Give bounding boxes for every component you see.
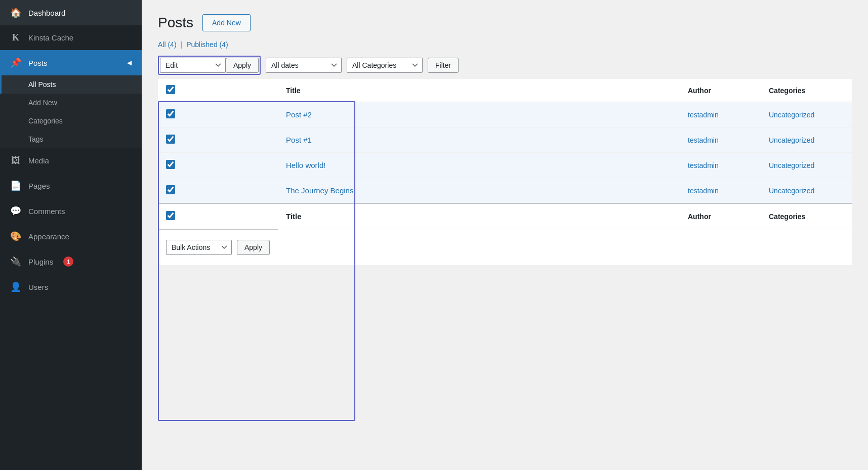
sidebar-item-label: Kinsta Cache (28, 33, 73, 42)
main-content: Posts Add New All (4) | Published (4) Ed… (142, 0, 868, 470)
cell-categories: Uncategorized (761, 178, 852, 204)
sidebar-item-appearance[interactable]: 🎨 Appearance (0, 224, 142, 249)
posts-table: Title Author Categories Post #2 testadmi… (158, 79, 852, 265)
row-checkbox[interactable] (166, 185, 175, 194)
plugins-badge: 1 (63, 257, 73, 267)
pages-icon: 📄 (10, 180, 21, 191)
sidebar-item-kinsta-cache[interactable]: K Kinsta Cache (0, 25, 142, 50)
bottom-toolbar-cell: Bulk Actions Edit Move to Trash Apply (158, 235, 278, 260)
comments-icon: 💬 (10, 205, 21, 217)
filter-link-all[interactable]: All (4) (158, 40, 177, 49)
bottom-bulk-actions-select[interactable]: Bulk Actions Edit Move to Trash (166, 240, 232, 255)
table-wrapper: Title Author Categories Post #2 testadmi… (158, 75, 852, 265)
collapse-icon: ◀ (127, 59, 132, 66)
sidebar: 🏠 Dashboard K Kinsta Cache 📌 Posts ◀ All… (0, 0, 142, 470)
plugins-icon: 🔌 (10, 256, 21, 267)
filter-separator: | (181, 40, 183, 49)
select-all-checkbox[interactable] (166, 85, 175, 94)
cell-checkbox (158, 153, 278, 178)
author-link[interactable]: testadmin (688, 161, 719, 169)
cell-author: testadmin (680, 153, 761, 178)
sidebar-item-users[interactable]: 👤 Users (0, 274, 142, 300)
category-link[interactable]: Uncategorized (769, 161, 814, 169)
page-title: Posts (158, 15, 193, 31)
category-link[interactable]: Uncategorized (769, 111, 814, 119)
table-row: Post #1 testadmin Uncategorized (158, 127, 852, 153)
sidebar-item-label: Plugins (28, 258, 53, 266)
table-row: The Journey Begins testadmin Uncategoriz… (158, 178, 852, 204)
bulk-actions-select[interactable]: Edit Move to Trash (160, 58, 226, 73)
table-row: Post #2 testadmin Uncategorized (158, 102, 852, 127)
row-checkbox[interactable] (166, 109, 175, 118)
sidebar-item-plugins[interactable]: 🔌 Plugins 1 (0, 249, 142, 274)
cell-checkbox (158, 178, 278, 204)
sidebar-item-posts[interactable]: 📌 Posts ◀ (0, 50, 142, 75)
sidebar-item-label: Pages (28, 182, 50, 190)
post-title-link[interactable]: Post #1 (286, 136, 312, 144)
sidebar-item-all-posts[interactable]: All Posts (0, 75, 142, 94)
sidebar-item-label: Media (28, 156, 49, 165)
add-new-button[interactable]: Add New (202, 14, 251, 31)
sidebar-item-add-new[interactable]: Add New (0, 94, 142, 112)
category-link[interactable]: Uncategorized (769, 187, 814, 195)
cell-checkbox (158, 102, 278, 127)
th-title[interactable]: Title (278, 79, 680, 102)
cell-categories: Uncategorized (761, 127, 852, 153)
sidebar-item-categories[interactable]: Categories (0, 112, 142, 130)
posts-icon: 📌 (10, 57, 21, 68)
media-icon: 🖼 (10, 155, 21, 166)
cell-checkbox (158, 127, 278, 153)
cell-title: Hello world! (278, 153, 680, 178)
kinsta-icon: K (10, 32, 21, 43)
row-checkbox[interactable] (166, 135, 175, 144)
cell-title: Post #1 (278, 127, 680, 153)
sidebar-item-comments[interactable]: 💬 Comments (0, 198, 142, 224)
bottom-apply-button[interactable]: Apply (237, 240, 270, 255)
footer-select-all-checkbox[interactable] (166, 211, 175, 220)
sidebar-item-label: Posts (28, 59, 48, 67)
sidebar-item-label: Appearance (28, 232, 69, 241)
table-footer-row: Title Author Categories (158, 203, 852, 229)
table-row: Hello world! testadmin Uncategorized (158, 153, 852, 178)
cell-categories: Uncategorized (761, 153, 852, 178)
sidebar-item-label: Users (28, 283, 48, 291)
footer-title-link[interactable]: Title (286, 212, 302, 221)
cell-author: testadmin (680, 102, 761, 127)
dashboard-icon: 🏠 (10, 7, 21, 18)
author-link[interactable]: testadmin (688, 187, 719, 195)
cell-author: testadmin (680, 178, 761, 204)
filter-button[interactable]: Filter (428, 58, 459, 73)
filter-link-published[interactable]: Published (4) (186, 40, 228, 49)
post-title-link[interactable]: Hello world! (286, 161, 325, 169)
author-link[interactable]: testadmin (688, 136, 719, 144)
cell-title: Post #2 (278, 102, 680, 127)
footer-cell-title: Title (278, 203, 680, 229)
sidebar-item-tags[interactable]: Tags (0, 130, 142, 148)
sidebar-item-dashboard[interactable]: 🏠 Dashboard (0, 0, 142, 25)
users-icon: 👤 (10, 281, 21, 292)
top-toolbar: Edit Move to Trash Apply All dates All C… (158, 56, 852, 75)
category-link[interactable]: Uncategorized (769, 136, 814, 144)
bottom-toolbar-row: Bulk Actions Edit Move to Trash Apply (158, 229, 278, 265)
sidebar-item-pages[interactable]: 📄 Pages (0, 173, 142, 198)
cell-title: The Journey Begins (278, 178, 680, 204)
posts-submenu: All Posts Add New Categories Tags (0, 75, 142, 148)
top-apply-button[interactable]: Apply (226, 58, 259, 73)
post-title-link[interactable]: Post #2 (286, 110, 312, 119)
appearance-icon: 🎨 (10, 231, 21, 242)
footer-cell-checkbox (158, 203, 278, 229)
author-link[interactable]: testadmin (688, 111, 719, 119)
cell-categories: Uncategorized (761, 102, 852, 127)
footer-cell-author: Author (680, 203, 761, 229)
categories-select[interactable]: All Categories (347, 58, 423, 73)
th-author: Author (680, 79, 761, 102)
th-categories: Categories (761, 79, 852, 102)
sidebar-item-label: Dashboard (28, 9, 65, 17)
bulk-select-wrapper: Edit Move to Trash Apply (158, 56, 261, 75)
row-checkbox[interactable] (166, 160, 175, 169)
post-title-link[interactable]: The Journey Begins (286, 186, 353, 195)
sidebar-item-media[interactable]: 🖼 Media (0, 148, 142, 173)
dates-select[interactable]: All dates (266, 58, 342, 73)
cell-author: testadmin (680, 127, 761, 153)
table-header-row: Title Author Categories (158, 79, 852, 102)
